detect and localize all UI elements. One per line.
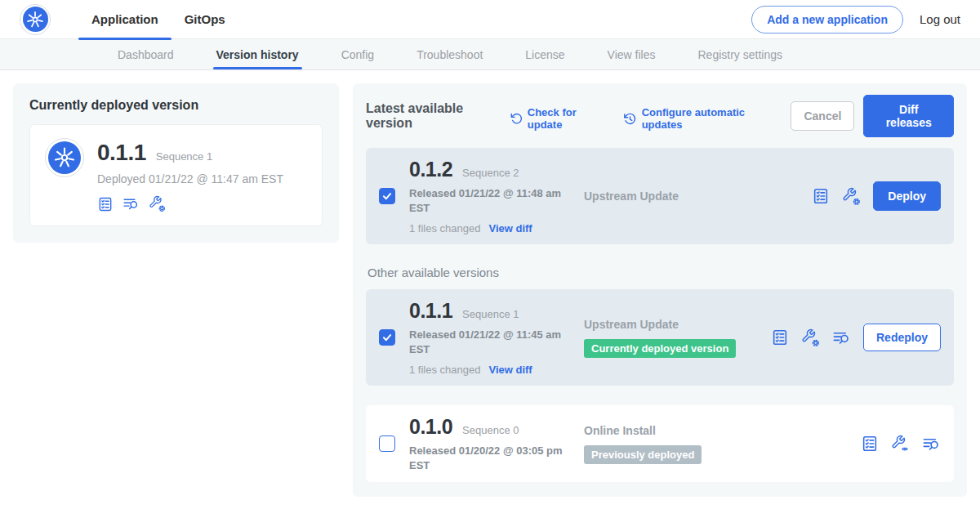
diff-releases-button[interactable]: Diff releases [863,95,954,137]
version-checkbox[interactable] [379,435,395,452]
configure-automatic-updates-link[interactable]: Configure automatic updates [623,106,772,131]
version-source-label: Online Install [584,424,861,437]
subnav-troubleshoot[interactable]: Troubleshoot [395,39,504,69]
version-number: 0.1.2 [409,158,452,181]
view-logs-icon[interactable] [122,195,140,212]
configure-updates-label: Configure automatic updates [642,106,772,131]
files-changed-label: 1 files changed [409,364,480,376]
deployed-version-card: 0.1.1 Sequence 1 Deployed 01/21/22 @ 11:… [29,124,323,226]
version-number: 0.1.0 [409,415,452,439]
check-for-update-link[interactable]: Check for update [510,106,604,131]
versions-panel-header: Latest available version Check for updat… [366,95,954,137]
kubernetes-icon [23,7,48,32]
app-avatar [45,138,84,177]
released-timestamp: Released 01/21/22 @ 11:48 am EST [409,186,572,215]
check-for-update-label: Check for update [528,106,604,131]
release-notes-icon[interactable] [812,187,830,205]
sequence-label: Sequence 2 [462,167,519,179]
view-logs-icon[interactable] [832,328,851,347]
version-checkbox[interactable] [379,188,395,204]
versions-panel: Latest available version Check for updat… [353,83,967,497]
cancel-button[interactable]: Cancel [791,101,854,131]
subnav-dashboard[interactable]: Dashboard [96,39,195,69]
top-tabs: Application GitOps [78,0,238,39]
tab-application[interactable]: Application [78,0,172,39]
released-timestamp: Released 01/20/22 @ 03:05 pm EST [409,444,572,472]
subnav-registry-settings[interactable]: Registry settings [676,39,803,69]
config-icon[interactable] [801,328,820,347]
other-available-versions-title: Other available versions [368,266,952,279]
version-source-label: Upstream Update [584,190,812,203]
latest-available-title: Latest available version [366,101,498,131]
currently-deployed-card: Currently deployed version 0.1.1 Sequenc… [13,83,339,243]
tab-gitops[interactable]: GitOps [172,0,238,39]
subnav-view-files[interactable]: View files [586,39,677,69]
top-right-actions: Add a new application Log out [751,6,960,33]
deploy-button[interactable]: Deploy [873,181,941,211]
files-changed-label: 1 files changed [409,222,480,234]
version-row-0-1-2: 0.1.2 Sequence 2 Released 01/21/22 @ 11:… [366,148,954,244]
subnav-config[interactable]: Config [320,39,395,69]
version-row-0-1-1: 0.1.1 Sequence 1 Released 01/21/22 @ 11:… [366,289,954,386]
logout-link[interactable]: Log out [920,12,960,26]
config-view-icon[interactable] [891,435,910,453]
main-content: Currently deployed version 0.1.1 Sequenc… [0,70,980,510]
release-notes-icon[interactable] [97,196,114,212]
version-number: 0.1.1 [409,299,452,323]
deployed-sequence-label: Sequence 1 [156,150,212,163]
subnav-version-history[interactable]: Version history [195,39,320,69]
view-logs-icon[interactable] [922,435,941,453]
subnav-license[interactable]: License [504,39,586,69]
top-nav: Application GitOps Add a new application… [0,0,980,39]
deployed-timestamp: Deployed 01/21/22 @ 11:47 am EST [97,172,283,185]
add-application-button[interactable]: Add a new application [751,6,903,33]
config-icon[interactable] [842,187,861,206]
release-notes-icon[interactable] [861,435,879,453]
deployed-version-number: 0.1.1 [97,140,146,166]
version-row-0-1-0: 0.1.0 Sequence 0 Released 01/20/22 @ 03:… [366,405,954,482]
redeploy-button[interactable]: Redeploy [863,324,941,351]
view-diff-link[interactable]: View diff [488,222,532,234]
previously-deployed-badge: Previously deployed [584,445,702,464]
sequence-label: Sequence 0 [462,424,519,436]
refresh-icon [510,112,523,125]
deployed-card-title: Currently deployed version [29,98,323,113]
view-diff-link[interactable]: View diff [488,364,532,376]
clock-refresh-icon [623,112,637,126]
config-icon[interactable] [149,195,166,212]
version-source-label: Upstream Update [584,318,771,331]
version-checkbox[interactable] [379,329,395,346]
release-notes-icon[interactable] [771,328,789,346]
kubernetes-icon [48,141,81,174]
currently-deployed-badge: Currently deployed version [584,339,736,358]
app-logo [20,4,51,35]
released-timestamp: Released 01/21/22 @ 11:45 am EST [409,328,572,356]
app-sub-nav: Dashboard Version history Config Trouble… [0,39,980,70]
sequence-label: Sequence 1 [462,308,519,320]
